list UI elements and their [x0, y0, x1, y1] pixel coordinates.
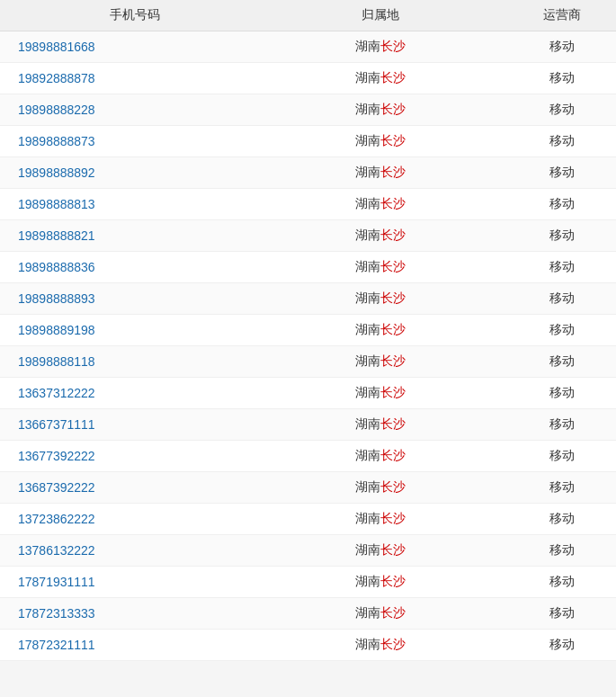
carrier: 移动	[508, 259, 616, 275]
header-carrier: 运营商	[508, 7, 616, 23]
phone-number[interactable]: 19898888873	[0, 134, 252, 148]
region-city: 长沙	[380, 196, 406, 210]
phone-table: 手机号码 归属地 运营商 19898881668湖南长沙移动1989288887…	[0, 0, 616, 661]
region-city: 长沙	[380, 637, 406, 651]
region-city: 长沙	[380, 605, 406, 620]
region-prefix: 湖南	[355, 574, 380, 588]
region: 湖南长沙	[252, 637, 508, 653]
region: 湖南长沙	[252, 259, 508, 275]
phone-number[interactable]: 17872321111	[0, 638, 252, 652]
phone-number[interactable]: 13786132222	[0, 543, 252, 558]
table-row: 13667371111湖南长沙移动	[0, 409, 616, 441]
carrier: 移动	[508, 322, 616, 338]
region-prefix: 湖南	[355, 259, 380, 273]
region: 湖南长沙	[252, 196, 508, 212]
phone-number[interactable]: 17872313333	[0, 606, 252, 621]
table-row: 19898888118湖南长沙移动	[0, 346, 616, 378]
phone-number[interactable]: 13687392222	[0, 480, 252, 495]
header-phone: 手机号码	[0, 7, 252, 23]
table-row: 17872313333湖南长沙移动	[0, 598, 616, 630]
carrier: 移动	[508, 290, 616, 307]
region-prefix: 湖南	[355, 416, 380, 431]
region-prefix: 湖南	[355, 196, 380, 210]
region-city: 长沙	[380, 448, 406, 462]
region-prefix: 湖南	[355, 542, 380, 557]
region: 湖南长沙	[252, 322, 508, 338]
phone-number[interactable]: 19898888813	[0, 197, 252, 211]
carrier: 移动	[508, 70, 616, 86]
region-city: 长沙	[380, 511, 406, 525]
region-city: 长沙	[380, 416, 406, 431]
phone-number[interactable]: 19898888821	[0, 228, 252, 243]
table-row: 13677392222湖南长沙移动	[0, 441, 616, 472]
table-header: 手机号码 归属地 运营商	[0, 0, 616, 31]
phone-number[interactable]: 19898888892	[0, 165, 252, 180]
region: 湖南长沙	[252, 39, 508, 55]
region-prefix: 湖南	[355, 637, 380, 651]
region-city: 长沙	[380, 259, 406, 273]
region-city: 长沙	[380, 290, 406, 305]
region-prefix: 湖南	[355, 353, 380, 368]
table-row: 13687392222湖南长沙移动	[0, 472, 616, 504]
carrier: 移动	[508, 574, 616, 590]
table-row: 19898889198湖南长沙移动	[0, 315, 616, 346]
table-row: 19898881668湖南长沙移动	[0, 31, 616, 63]
region: 湖南长沙	[252, 605, 508, 621]
region: 湖南长沙	[252, 448, 508, 464]
phone-number[interactable]: 13723862222	[0, 512, 252, 526]
table-row: 19898888892湖南长沙移动	[0, 157, 616, 189]
phone-number[interactable]: 19898888118	[0, 354, 252, 369]
phone-number[interactable]: 19898888893	[0, 291, 252, 306]
region: 湖南长沙	[252, 70, 508, 86]
region-city: 长沙	[380, 479, 406, 494]
phone-number[interactable]: 19898889198	[0, 323, 252, 337]
table-row: 19892888878湖南长沙移动	[0, 63, 616, 94]
phone-number[interactable]: 19898888228	[0, 103, 252, 117]
table-row: 19898888813湖南长沙移动	[0, 189, 616, 220]
region-prefix: 湖南	[355, 385, 380, 399]
region-prefix: 湖南	[355, 165, 380, 179]
table-row: 19898888893湖南长沙移动	[0, 283, 616, 315]
carrier: 移动	[508, 196, 616, 212]
carrier: 移动	[508, 133, 616, 149]
region-prefix: 湖南	[355, 448, 380, 462]
table-row: 13637312222湖南长沙移动	[0, 378, 616, 409]
region-city: 长沙	[380, 70, 406, 85]
region-city: 长沙	[380, 385, 406, 399]
table-row: 13723862222湖南长沙移动	[0, 504, 616, 535]
region-city: 长沙	[380, 574, 406, 588]
phone-number[interactable]: 19898888836	[0, 260, 252, 274]
region-prefix: 湖南	[355, 70, 380, 85]
region: 湖南长沙	[252, 353, 508, 370]
region: 湖南长沙	[252, 228, 508, 244]
region-prefix: 湖南	[355, 133, 380, 147]
phone-number[interactable]: 13637312222	[0, 386, 252, 400]
region-prefix: 湖南	[355, 479, 380, 494]
carrier: 移动	[508, 353, 616, 370]
table-row: 13786132222湖南长沙移动	[0, 535, 616, 567]
carrier: 移动	[508, 102, 616, 118]
carrier: 移动	[508, 228, 616, 244]
carrier: 移动	[508, 39, 616, 55]
phone-number[interactable]: 17871931111	[0, 575, 252, 589]
region-prefix: 湖南	[355, 290, 380, 305]
region: 湖南长沙	[252, 133, 508, 149]
header-region: 归属地	[252, 7, 508, 23]
carrier: 移动	[508, 448, 616, 464]
region-city: 长沙	[380, 39, 406, 53]
table-row: 17871931111湖南长沙移动	[0, 567, 616, 598]
region: 湖南长沙	[252, 385, 508, 401]
region-prefix: 湖南	[355, 102, 380, 116]
region: 湖南长沙	[252, 542, 508, 558]
region: 湖南长沙	[252, 511, 508, 527]
region-prefix: 湖南	[355, 39, 380, 53]
region-city: 长沙	[380, 165, 406, 179]
table-body: 19898881668湖南长沙移动19892888878湖南长沙移动198988…	[0, 31, 616, 661]
region-city: 长沙	[380, 228, 406, 242]
phone-number[interactable]: 19892888878	[0, 71, 252, 85]
phone-number[interactable]: 13667371111	[0, 417, 252, 432]
region: 湖南长沙	[252, 574, 508, 590]
phone-number[interactable]: 19898881668	[0, 40, 252, 54]
phone-number[interactable]: 13677392222	[0, 449, 252, 463]
region: 湖南长沙	[252, 290, 508, 307]
